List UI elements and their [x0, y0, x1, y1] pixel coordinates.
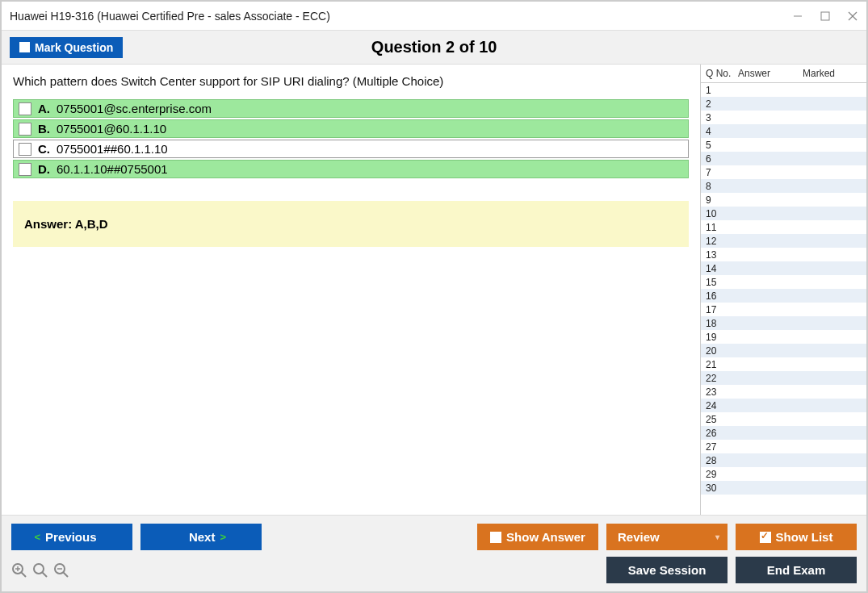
qlist-row[interactable]: 19: [701, 330, 866, 344]
option-checkbox-icon[interactable]: [19, 143, 31, 156]
answer-label: Answer: A,B,D: [24, 217, 108, 231]
show-answer-checkbox-icon: [490, 532, 501, 543]
question-text: Which pattern does Switch Center support…: [13, 74, 689, 88]
qlist-no: 13: [706, 249, 738, 261]
qlist-col-marked: Marked: [803, 68, 862, 79]
save-session-button[interactable]: Save Session: [606, 557, 728, 583]
zoom-reset-icon[interactable]: [32, 562, 48, 578]
option-checkbox-icon[interactable]: [19, 123, 31, 136]
option-text: 0755001@sc.enterprise.com: [57, 102, 212, 115]
qlist-row[interactable]: 15: [701, 275, 866, 289]
maximize-icon[interactable]: [820, 10, 831, 22]
window-controls: [792, 10, 858, 22]
qlist-row[interactable]: 22: [701, 371, 866, 385]
qlist-no: 1: [706, 85, 738, 96]
close-icon[interactable]: [847, 10, 858, 22]
minimize-icon[interactable]: [792, 10, 803, 22]
qlist-row[interactable]: 6: [701, 152, 866, 165]
qlist-row[interactable]: 21: [701, 357, 866, 371]
qlist-row[interactable]: 24: [701, 399, 866, 412]
option-text: 0755001@60.1.1.10: [57, 122, 166, 136]
qlist-row[interactable]: 26: [701, 426, 866, 440]
option-row[interactable]: D.60.1.1.10##0755001: [13, 160, 689, 178]
qlist-no: 26: [706, 428, 738, 439]
titlebar: Huawei H19-316 (Huawei Certified Pre - s…: [2, 2, 866, 31]
qlist-row[interactable]: 28: [701, 453, 866, 467]
next-button[interactable]: Next >: [140, 524, 262, 550]
qlist-row[interactable]: 12: [701, 234, 866, 248]
qlist-no: 3: [706, 112, 738, 123]
qlist-row[interactable]: 7: [701, 165, 866, 179]
qlist-no: 8: [706, 181, 738, 192]
qlist-no: 14: [706, 263, 738, 274]
qlist-row[interactable]: 27: [701, 440, 866, 453]
option-text: 0755001##60.1.1.10: [57, 142, 168, 156]
qlist-row[interactable]: 4: [701, 124, 866, 138]
qlist-row[interactable]: 8: [701, 179, 866, 193]
qlist-no: 16: [706, 290, 738, 302]
qlist-row[interactable]: 1: [701, 83, 866, 97]
save-session-label: Save Session: [628, 563, 707, 577]
option-letter: B.: [38, 122, 50, 136]
qlist-no: 29: [706, 469, 738, 480]
qlist-body[interactable]: 1234567891011121314151617181920212223242…: [701, 83, 866, 515]
option-letter: C.: [38, 142, 50, 156]
show-list-button[interactable]: Show List: [736, 524, 857, 550]
option-row[interactable]: A.0755001@sc.enterprise.com: [13, 99, 689, 118]
qlist-no: 2: [706, 98, 738, 110]
mark-question-button[interactable]: Mark Question: [10, 37, 123, 58]
qlist-row[interactable]: 23: [701, 385, 866, 399]
qlist-row[interactable]: 9: [701, 193, 866, 207]
option-checkbox-icon[interactable]: [19, 163, 31, 176]
qlist-row[interactable]: 11: [701, 220, 866, 234]
qlist-row[interactable]: 29: [701, 467, 866, 481]
qlist-row[interactable]: 2: [701, 97, 866, 111]
svg-line-9: [42, 572, 47, 577]
main-area: Which pattern does Switch Center support…: [2, 65, 866, 515]
qlist-row[interactable]: 14: [701, 261, 866, 275]
options-list: A.0755001@sc.enterprise.comB.0755001@60.…: [13, 99, 689, 178]
answer-box: Answer: A,B,D: [13, 201, 689, 247]
qlist-row[interactable]: 17: [701, 303, 866, 316]
previous-button[interactable]: < Previous: [11, 524, 132, 550]
qlist-header: Q No. Answer Marked: [701, 65, 866, 83]
svg-line-5: [21, 572, 26, 577]
option-row[interactable]: B.0755001@60.1.1.10: [13, 119, 689, 138]
zoom-out-icon[interactable]: [53, 562, 69, 578]
qlist-no: 15: [706, 277, 738, 288]
qlist-row[interactable]: 13: [701, 248, 866, 261]
review-label: Review: [618, 530, 660, 544]
show-answer-button[interactable]: Show Answer: [477, 524, 598, 550]
qlist-row[interactable]: 10: [701, 207, 866, 220]
qlist-col-no: Q No.: [706, 68, 738, 79]
qlist-row[interactable]: 5: [701, 138, 866, 152]
qlist-row[interactable]: 18: [701, 316, 866, 330]
button-row-secondary: Save Session End Exam: [11, 557, 857, 583]
window-title: Huawei H19-316 (Huawei Certified Pre - s…: [10, 10, 330, 23]
qlist-no: 30: [706, 482, 738, 494]
question-counter: Question 2 of 10: [123, 38, 745, 56]
qlist-row[interactable]: 16: [701, 289, 866, 303]
app-window: Huawei H19-316 (Huawei Certified Pre - s…: [0, 0, 868, 593]
option-checkbox-icon[interactable]: [19, 102, 31, 115]
qlist-no: 10: [706, 208, 738, 219]
option-row[interactable]: C.0755001##60.1.1.10: [13, 140, 689, 158]
qlist-row[interactable]: 3: [701, 111, 866, 124]
end-exam-button[interactable]: End Exam: [736, 557, 857, 583]
review-dropdown[interactable]: Review ▾: [606, 524, 728, 550]
zoom-in-icon[interactable]: [11, 562, 27, 578]
show-answer-label: Show Answer: [506, 530, 585, 544]
qlist-no: 28: [706, 455, 738, 466]
qlist-row[interactable]: 30: [701, 481, 866, 495]
qlist-no: 6: [706, 153, 738, 165]
qlist-row[interactable]: 25: [701, 412, 866, 426]
show-list-checkbox-icon: [760, 532, 771, 543]
option-text: 60.1.1.10##0755001: [57, 162, 168, 176]
option-letter: D.: [38, 162, 50, 176]
option-letter: A.: [38, 102, 50, 115]
next-label: Next: [189, 530, 216, 544]
qlist-no: 19: [706, 332, 738, 343]
chevron-left-icon: <: [35, 531, 41, 543]
qlist-row[interactable]: 20: [701, 344, 866, 357]
end-exam-label: End Exam: [767, 563, 826, 577]
